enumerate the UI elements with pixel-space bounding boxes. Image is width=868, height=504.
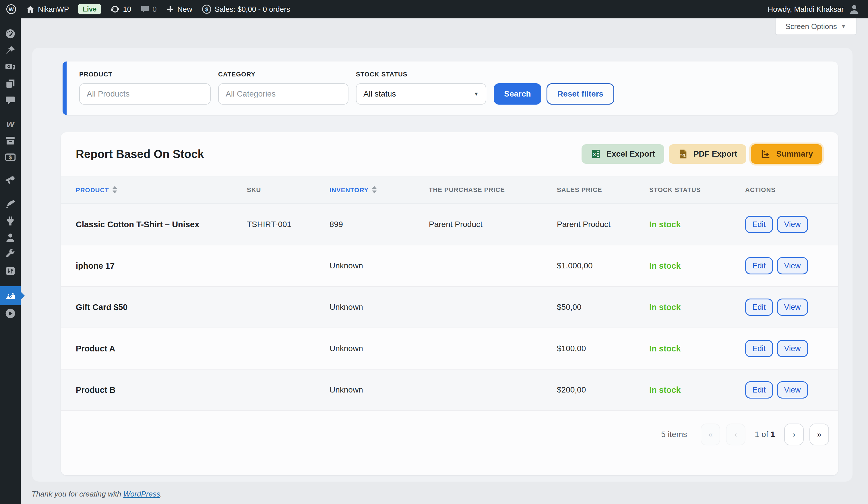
excel-export-button[interactable]: X Excel Export <box>581 144 664 164</box>
cell-inventory: Unknown <box>330 369 429 411</box>
view-button[interactable]: View <box>777 257 808 274</box>
analytics-chart-icon <box>4 290 16 301</box>
edit-button[interactable]: Edit <box>745 340 773 357</box>
updates-icon <box>110 4 120 14</box>
avatar[interactable] <box>848 3 860 15</box>
total-pages: 1 <box>771 430 775 439</box>
page-title: Report Based On Stock <box>76 148 204 161</box>
edit-button[interactable]: Edit <box>745 299 773 316</box>
admin-bar: W NikanWP Live 10 0 New $ Sales: $0,00 -… <box>0 0 868 18</box>
comment-icon <box>141 4 149 14</box>
plus-icon <box>166 5 175 13</box>
cell-inventory: Unknown <box>330 286 429 328</box>
play-circle-icon <box>4 308 16 319</box>
filters-panel: PRODUCT CATEGORY STOCK STATUS All status… <box>63 61 838 115</box>
dashboard-icon <box>4 28 16 39</box>
sidebar-item-marketing[interactable] <box>0 172 21 189</box>
sidebar-item-settings[interactable] <box>0 263 21 279</box>
edit-button[interactable]: Edit <box>745 381 773 399</box>
pdf-export-label: PDF Export <box>693 149 737 159</box>
cell-purchase-price <box>429 245 557 286</box>
svg-text:W: W <box>9 6 14 12</box>
sidebar-item-woocommerce[interactable]: w <box>0 115 21 132</box>
sidebar-item-tools[interactable] <box>0 246 21 263</box>
edit-button[interactable]: Edit <box>745 257 773 274</box>
updates-menu[interactable]: 10 <box>110 4 131 14</box>
table-row: Gift Card $50 Unknown $50,00 In stock Ed… <box>61 286 838 328</box>
woocommerce-icon: w <box>7 119 14 129</box>
sidebar-item-nikanwp-reports[interactable] <box>0 286 21 305</box>
summary-button[interactable]: Summary <box>751 144 822 164</box>
pdf-export-button[interactable]: PDF PDF Export <box>669 144 746 164</box>
export-buttons: X Excel Export PDF PDF Export Summary <box>581 144 822 164</box>
stock-status-select[interactable]: All status ▼ <box>356 83 486 104</box>
stock-status-filter-label: STOCK STATUS <box>356 71 486 78</box>
category-filter-input[interactable] <box>218 83 349 104</box>
table-row: iphone 17 Unknown $1.000,00 In stock Edi… <box>61 245 838 286</box>
view-button[interactable]: View <box>777 216 808 233</box>
sidebar-item-plugins[interactable] <box>0 213 21 229</box>
sidebar-item-dashboard[interactable] <box>0 25 21 42</box>
site-menu[interactable]: NikanWP <box>26 4 69 14</box>
live-badge: Live <box>78 4 101 14</box>
archive-box-icon <box>5 135 16 146</box>
search-button[interactable]: Search <box>494 83 541 104</box>
cell-sku <box>247 369 330 411</box>
cell-sales-price: Parent Product <box>557 204 649 245</box>
cell-product: Gift Card $50 <box>61 286 247 328</box>
prev-page-button[interactable]: ‹ <box>726 424 745 445</box>
sidebar-item-posts[interactable] <box>0 42 21 59</box>
table-row: Classic Cotton T-Shirt – Unisex TSHIRT-0… <box>61 204 838 245</box>
comments-icon <box>5 95 16 106</box>
new-menu[interactable]: New <box>166 5 192 14</box>
stock-status-value: All status <box>363 89 396 99</box>
screen-options-button[interactable]: Screen Options ▼ <box>775 18 857 35</box>
edit-button[interactable]: Edit <box>745 216 773 233</box>
screen-options-label: Screen Options <box>785 22 837 31</box>
cell-sales-price: $200,00 <box>557 369 649 411</box>
product-filter-input[interactable] <box>79 83 211 104</box>
sidebar-item-media[interactable] <box>0 59 21 75</box>
comments-menu[interactable]: 0 <box>141 4 156 14</box>
sidebar-item-products[interactable] <box>0 132 21 149</box>
site-name: NikanWP <box>38 5 69 14</box>
sidebar-item-appearance[interactable] <box>0 196 21 213</box>
cell-purchase-price <box>429 369 557 411</box>
media-icon <box>4 61 16 73</box>
wordpress-link[interactable]: WordPress <box>123 490 160 498</box>
admin-sidebar: w $ <box>0 18 21 504</box>
first-page-button[interactable]: « <box>701 424 720 445</box>
sidebar-item-users[interactable] <box>0 229 21 246</box>
sidebar-item-comments[interactable] <box>0 92 21 109</box>
wordpress-logo-icon[interactable]: W <box>6 4 17 15</box>
category-filter-label: CATEGORY <box>218 71 349 78</box>
view-button[interactable]: View <box>777 340 808 357</box>
sidebar-item-payments[interactable]: $ <box>0 149 21 165</box>
sidebar-item-pages[interactable] <box>0 75 21 92</box>
cell-sku <box>247 328 330 369</box>
cell-sales-price: $100,00 <box>557 328 649 369</box>
sales-menu[interactable]: $ Sales: $0,00 - 0 orders <box>202 4 290 14</box>
product-filter-label: PRODUCT <box>79 71 211 78</box>
table-header-row: PRODUCT SKU INVENTORY THE PURCHASE PRICE… <box>61 176 838 204</box>
stock-status-badge: In stock <box>649 204 745 245</box>
view-button[interactable]: View <box>777 381 808 399</box>
footer-text: Thank you for creating with <box>32 490 123 498</box>
next-page-button[interactable]: › <box>784 424 804 445</box>
megaphone-icon <box>4 175 16 187</box>
cell-sales-price: $50,00 <box>557 286 649 328</box>
table-row: Product B Unknown $200,00 In stock EditV… <box>61 369 838 411</box>
report-card: Report Based On Stock X Excel Export PDF… <box>61 132 838 475</box>
howdy-text[interactable]: Howdy, Mahdi Khaksar <box>768 5 844 14</box>
view-button[interactable]: View <box>777 299 808 316</box>
svg-text:$: $ <box>9 154 12 160</box>
reset-filters-button[interactable]: Reset filters <box>547 83 614 104</box>
column-header-product[interactable]: PRODUCT <box>61 176 247 204</box>
sidebar-item-video[interactable] <box>0 305 21 322</box>
last-page-button[interactable]: » <box>809 424 829 445</box>
pdf-icon: PDF <box>678 149 688 159</box>
cell-product: Product B <box>61 369 247 411</box>
sort-icon <box>372 186 376 193</box>
column-header-inventory[interactable]: INVENTORY <box>330 176 429 204</box>
svg-text:X: X <box>593 152 597 158</box>
